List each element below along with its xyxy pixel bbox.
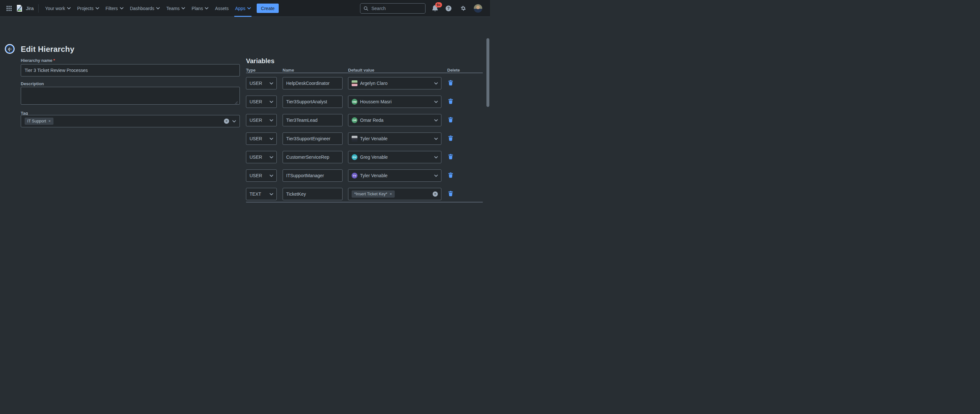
chevron-down-icon — [181, 7, 185, 10]
nav-right-actions: 9+ ? — [432, 4, 482, 13]
jira-app-window: Jira Your workProjectsFiltersDashboardsT… — [0, 0, 490, 207]
variable-type-select[interactable]: TEXT — [246, 188, 277, 200]
chevron-down-icon — [434, 101, 438, 103]
required-asterisk: * — [54, 58, 55, 63]
delete-variable-button[interactable] — [447, 172, 454, 179]
nav-item-filters[interactable]: Filters — [102, 0, 127, 17]
variable-name-field — [283, 77, 342, 89]
tag-select[interactable]: IT Support — [21, 115, 240, 127]
nav-item-label: Dashboards — [130, 6, 154, 11]
assignee-avatar: TV — [352, 173, 358, 179]
nav-item-label: Projects — [77, 6, 94, 11]
variable-default-select[interactable]: HM Houssem Masri — [348, 95, 441, 108]
variable-type-select[interactable]: USER — [246, 170, 277, 182]
chevron-down-icon — [270, 119, 273, 122]
delete-variable-button[interactable] — [447, 190, 454, 197]
assignee-name: Argelyn Claro — [360, 81, 388, 86]
variable-name-field — [283, 114, 342, 126]
help-button[interactable]: ? — [444, 4, 453, 13]
clear-icon[interactable] — [224, 119, 229, 124]
chevron-down-icon — [270, 174, 273, 177]
delete-variable-button[interactable] — [447, 135, 454, 141]
arrow-left-icon — [8, 47, 12, 51]
tag-chip[interactable]: IT Support — [25, 117, 54, 125]
chip-remove-icon[interactable] — [48, 120, 51, 123]
page-title: Edit Hierarchy — [21, 45, 75, 54]
user-avatar[interactable] — [474, 4, 482, 13]
header-divider — [246, 73, 483, 73]
nav-item-label: Filters — [106, 6, 118, 11]
variable-type-select[interactable]: USER — [246, 151, 277, 163]
variable-name-input[interactable] — [286, 136, 339, 141]
trash-icon — [448, 117, 453, 122]
variable-type-select[interactable]: USER — [246, 133, 277, 145]
variable-name-input[interactable] — [286, 81, 339, 86]
default-value-chip[interactable]: *Insert Ticket Key* — [352, 190, 395, 198]
search-box[interactable] — [360, 3, 425, 14]
delete-variable-button[interactable] — [447, 116, 454, 123]
nav-item-dashboards[interactable]: Dashboards — [127, 0, 163, 17]
variable-type-value: TEXT — [250, 192, 261, 197]
variable-type-select[interactable]: USER — [246, 77, 277, 89]
chevron-down-icon — [205, 7, 208, 10]
variable-default-select[interactable]: Tyler Venable — [348, 133, 441, 145]
column-header-delete: Delete — [447, 68, 460, 73]
chevron-down-icon — [270, 82, 273, 84]
variable-type-select[interactable]: USER — [246, 114, 277, 126]
create-button[interactable]: Create — [257, 3, 279, 13]
variable-default-select[interactable]: *Insert Ticket Key* — [348, 188, 441, 200]
gear-icon — [460, 5, 466, 11]
variable-row: USER OR Omar Reda — [246, 114, 483, 126]
variable-row: USER TV Tyler Venable — [246, 170, 483, 182]
nav-item-your-work[interactable]: Your work — [42, 0, 74, 17]
delete-variable-button[interactable] — [447, 98, 454, 105]
nav-item-assets[interactable]: Assets — [212, 0, 232, 17]
variable-name-input[interactable] — [286, 154, 339, 160]
nav-item-teams[interactable]: Teams — [163, 0, 188, 17]
delete-variable-button[interactable] — [447, 153, 454, 160]
nav-item-plans[interactable]: Plans — [188, 0, 212, 17]
assignee-name: Tyler Venable — [360, 136, 388, 141]
variable-name-field — [283, 133, 342, 145]
nav-item-label: Your work — [45, 6, 65, 11]
variable-name-input[interactable] — [286, 173, 339, 178]
hierarchy-name-label: Hierarchy name* — [21, 58, 55, 63]
chevron-down-icon — [247, 7, 251, 10]
chevron-down-icon — [232, 120, 236, 122]
chevron-down-icon — [270, 138, 273, 140]
nav-menu: Your workProjectsFiltersDashboardsTeamsP… — [42, 0, 254, 17]
description-textarea[interactable] — [21, 87, 240, 105]
variable-default-select[interactable]: GV Greg Venable — [348, 151, 441, 163]
back-button[interactable] — [5, 45, 14, 53]
column-header-default: Default value — [348, 68, 374, 73]
magnifier-icon — [364, 6, 368, 11]
variable-type-select[interactable]: USER — [246, 95, 277, 108]
variable-default-select[interactable]: OR Omar Reda — [348, 114, 441, 126]
clear-icon[interactable] — [433, 192, 438, 197]
chevron-down-icon — [434, 156, 438, 159]
chevron-down-icon — [156, 7, 160, 10]
variable-name-input[interactable] — [286, 117, 339, 123]
settings-button[interactable] — [459, 4, 468, 13]
variable-row: TEXT *Insert Ticket Key* — [246, 188, 483, 200]
variable-default-select[interactable]: TV Tyler Venable — [348, 170, 441, 182]
chip-remove-icon[interactable] — [390, 193, 392, 196]
variable-name-input[interactable] — [286, 99, 339, 104]
assignee-avatar: HM — [352, 99, 358, 105]
variables-title: Variables — [246, 57, 483, 65]
variables-panel: Variables Type Name Default value Delete… — [246, 57, 483, 65]
logo-broken-image-icon[interactable] — [16, 5, 23, 12]
delete-variable-button[interactable] — [447, 79, 454, 86]
app-switcher-button[interactable] — [5, 5, 13, 12]
hierarchy-name-input[interactable] — [21, 64, 240, 76]
search-input[interactable] — [371, 5, 422, 11]
vertical-scrollbar[interactable] — [487, 38, 489, 107]
nav-item-apps[interactable]: Apps — [232, 0, 254, 17]
variable-name-input[interactable] — [286, 192, 339, 197]
top-nav: Jira Your workProjectsFiltersDashboardsT… — [0, 0, 490, 17]
trash-icon — [448, 172, 453, 178]
chevron-down-icon — [434, 138, 438, 140]
nav-item-projects[interactable]: Projects — [74, 0, 102, 17]
notifications-button[interactable]: 9+ — [432, 5, 438, 12]
variable-default-select[interactable]: Argelyn Claro — [348, 77, 441, 89]
